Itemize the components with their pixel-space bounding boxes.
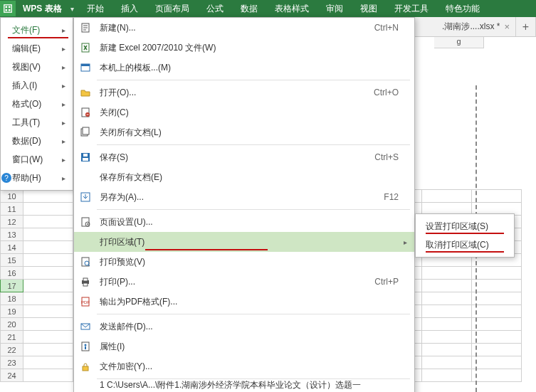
row-header[interactable]: 24 [1,369,23,382]
svg-rect-0 [4,5,12,13]
classic-menu-item[interactable]: ?帮助(H)▸ [1,169,73,187]
classic-menu-item[interactable]: 文件(F)▸ [1,21,73,39]
grid-cell[interactable] [472,305,522,318]
grid-cell[interactable] [23,344,73,356]
new-tab-button[interactable]: + [516,17,536,36]
file-menu-item[interactable]: 打开(O)...Ctrl+O [74,83,414,102]
file-menu-item[interactable]: 新建(N)...Ctrl+N [74,18,414,38]
close-tab-icon[interactable]: × [504,21,510,32]
row-header[interactable]: 20 [1,318,23,331]
grid-cell[interactable] [422,292,472,305]
file-menu-item[interactable]: 页面设置(U)... [74,212,414,232]
row-header[interactable]: 11 [1,203,23,216]
grid-cell[interactable] [23,190,73,203]
row-header[interactable]: 13 [1,228,23,241]
ribbon-tab[interactable]: 数据 [232,0,266,17]
ribbon-tab[interactable]: 页面布局 [147,0,198,17]
classic-menu: 文件(F)▸编辑(E)▸视图(V)▸插入(I)▸格式(O)▸工具(T)▸数据(D… [0,17,73,191]
row-header[interactable]: 14 [1,241,23,254]
grid-cell[interactable] [422,305,472,318]
grid-cell[interactable] [23,241,73,254]
file-menu-item[interactable]: 打印预览(V) [74,252,414,272]
file-menu-item[interactable]: 打印(P)...Ctrl+P [74,272,414,292]
grid-cell[interactable] [23,254,73,267]
file-menu-item[interactable]: 关闭所有文档(L) [74,122,414,142]
ribbon-tab[interactable]: 开发工具 [386,0,437,17]
grid-cell[interactable] [472,292,522,305]
row-header[interactable]: 18 [1,292,23,305]
ribbon-tab[interactable]: 表格样式 [266,0,317,17]
file-menu-item[interactable]: 另存为(A)...F12 [74,187,414,207]
file-menu-item[interactable]: 发送邮件(D)... [74,317,414,337]
ribbon-tab[interactable]: 特色功能 [437,0,488,17]
ribbon-tab[interactable]: 插入 [112,0,147,17]
grid-cell[interactable] [23,228,73,241]
grid-cell[interactable] [23,216,73,228]
file-menu-item[interactable]: 本机上的模板...(M) [74,58,414,78]
ribbon-tab[interactable]: 审阅 [317,0,352,17]
file-menu-item[interactable]: 新建 Excel 2007/2010 文件(W) [74,38,414,58]
row-header[interactable]: 21 [1,331,23,344]
close-icon [74,107,97,118]
menu-item-label: 页面设置(U)... [97,216,363,228]
classic-menu-item[interactable]: 插入(I)▸ [1,76,73,95]
file-menu-item[interactable]: 保存所有文档(E) [74,167,414,187]
col-header-cell[interactable]: g [434,37,484,48]
grid-cell[interactable] [23,331,73,344]
ribbon-tab[interactable]: 公式 [198,0,232,17]
grid-cell[interactable] [472,280,522,292]
grid-cell[interactable] [23,369,73,382]
grid-cell[interactable] [472,356,522,369]
row-header[interactable]: 15 [1,254,23,267]
file-menu-item[interactable]: 打印区域(T)▸ [74,232,414,252]
submenu-item[interactable]: 设置打印区域(S) [416,217,514,235]
row-header[interactable]: 10 [1,190,23,203]
grid-cell[interactable] [422,344,472,356]
grid-cell[interactable] [472,318,522,331]
file-menu-item[interactable]: 1 C:\Users\A...\附件1.湖南涉外经济学院本科毕业论文（设计）选题… [74,381,414,392]
grid-cell[interactable] [472,344,522,356]
file-menu-item[interactable]: 保存(S)Ctrl+S [74,147,414,167]
app-menu-caret[interactable]: ▾ [66,5,78,13]
grid-cell[interactable] [472,190,522,203]
menu-item-label: 打印预览(V) [97,256,363,268]
grid-cell[interactable] [23,305,73,318]
grid-cell[interactable] [422,280,472,292]
row-header[interactable]: 19 [1,305,23,318]
grid-cell[interactable] [422,318,472,331]
grid-cell[interactable] [422,190,472,203]
grid-cell[interactable] [23,318,73,331]
row-header[interactable]: 16 [1,267,23,280]
file-menu-item[interactable]: PDF输出为PDF格式(F)... [74,292,414,312]
submenu-item[interactable]: 取消打印区域(C) [416,235,514,254]
grid-cell[interactable] [472,331,522,344]
ribbon-tabs: 开始插入页面布局公式数据表格样式审阅视图开发工具特色功能 [78,0,488,17]
classic-menu-item[interactable]: 窗口(W)▸ [1,150,73,169]
row-header[interactable]: 23 [1,356,23,369]
ribbon-tab[interactable]: 视图 [352,0,386,17]
grid-cell[interactable] [422,331,472,344]
grid-cell[interactable] [23,280,73,292]
grid-cell[interactable] [23,356,73,369]
ribbon-tab[interactable]: 开始 [78,0,112,17]
grid-cell[interactable] [23,203,73,216]
grid-cell[interactable] [472,267,522,280]
grid-cell[interactable] [23,267,73,280]
grid-cell[interactable] [23,292,73,305]
classic-menu-item[interactable]: 编辑(E)▸ [1,39,73,58]
classic-menu-item[interactable]: 格式(O)▸ [1,95,73,113]
grid-cell[interactable] [472,369,522,382]
grid-cell[interactable] [422,267,472,280]
grid-cell[interactable] [422,356,472,369]
row-header[interactable]: 17 [1,280,23,292]
row-header[interactable]: 12 [1,216,23,228]
row-header[interactable]: 22 [1,344,23,356]
document-tab[interactable]: .湖南涉....xlsx * × [436,17,516,36]
classic-menu-item[interactable]: 工具(T)▸ [1,113,73,132]
grid-cell[interactable] [422,369,472,382]
file-menu-item[interactable]: 文件加密(Y)... [74,356,414,376]
file-menu-item[interactable]: 关闭(C) [74,102,414,122]
classic-menu-item[interactable]: 视图(V)▸ [1,58,73,76]
file-menu-item[interactable]: 属性(I) [74,337,414,356]
classic-menu-item[interactable]: 数据(D)▸ [1,132,73,150]
